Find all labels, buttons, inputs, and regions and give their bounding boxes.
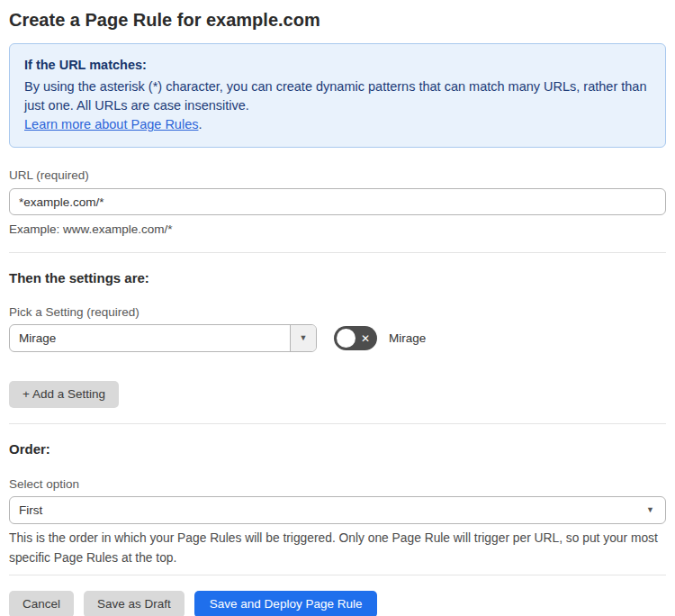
toggle-label: Mirage — [389, 331, 426, 345]
info-box-heading: If the URL matches: — [24, 56, 651, 75]
toggle-x-icon: ✕ — [361, 333, 370, 344]
setting-select-arrow-button[interactable]: ▼ — [290, 325, 316, 351]
info-box-body-text: By using the asterisk (*) character, you… — [24, 79, 647, 113]
setting-select-value: Mirage — [10, 325, 290, 351]
order-heading: Order: — [9, 440, 666, 457]
order-select-value: First — [19, 503, 42, 517]
info-box-body: By using the asterisk (*) character, you… — [24, 77, 651, 115]
save-as-draft-button[interactable]: Save as Draft — [84, 591, 184, 616]
url-label: URL (required) — [9, 168, 666, 183]
divider — [9, 423, 666, 424]
form-actions: Cancel Save as Draft Save and Deploy Pag… — [9, 591, 666, 616]
cancel-button[interactable]: Cancel — [9, 591, 74, 616]
chevron-down-icon: ▼ — [300, 334, 308, 342]
setting-row: Mirage ▼ ✕ Mirage — [9, 324, 666, 352]
order-select[interactable]: First ▼ — [9, 496, 666, 524]
link-suffix: . — [198, 117, 202, 131]
save-and-deploy-button[interactable]: Save and Deploy Page Rule — [194, 591, 378, 616]
mirage-toggle[interactable]: ✕ — [334, 326, 377, 350]
setting-picker-label: Pick a Setting (required) — [9, 304, 666, 320]
settings-heading: Then the settings are: — [9, 269, 666, 286]
divider — [9, 575, 666, 575]
order-helper: This is the order in which your Page Rul… — [9, 529, 666, 568]
divider — [9, 252, 666, 253]
info-box-link-line: Learn more about Page Rules. — [24, 115, 651, 134]
url-helper: Example: www.example.com/* — [9, 222, 666, 237]
order-select-label: Select option — [9, 476, 666, 492]
chevron-down-icon: ▼ — [646, 506, 654, 514]
add-setting-button[interactable]: + Add a Setting — [9, 381, 119, 408]
url-match-info-box: If the URL matches: By using the asteris… — [9, 43, 666, 148]
toggle-knob — [337, 329, 356, 348]
learn-more-link[interactable]: Learn more about Page Rules — [24, 117, 198, 131]
url-input[interactable] — [9, 188, 666, 215]
setting-select[interactable]: Mirage ▼ — [9, 324, 317, 352]
page-rule-form: Create a Page Rule for example.com If th… — [0, 0, 675, 616]
page-title: Create a Page Rule for example.com — [9, 7, 666, 32]
